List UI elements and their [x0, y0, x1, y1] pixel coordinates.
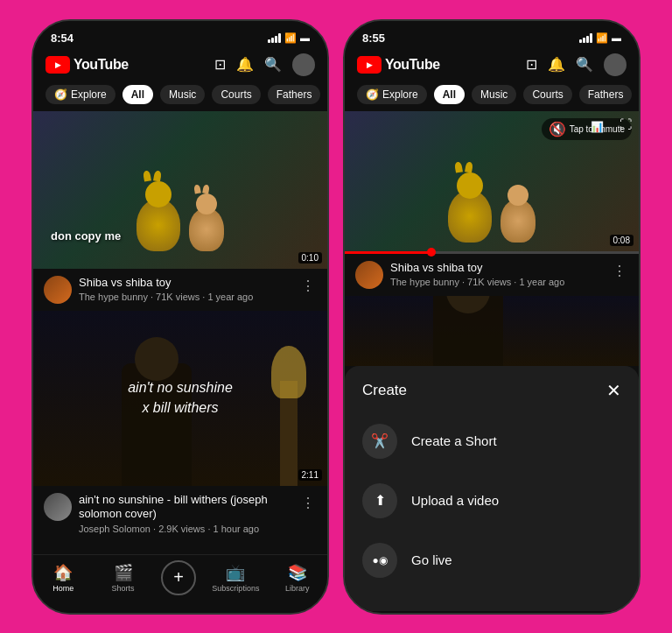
yt-logo-text-left: YouTube [74, 57, 129, 73]
battery-icon-left: ▬ [300, 32, 310, 43]
nav-home-label-left: Home [52, 584, 74, 593]
battery-icon-right: ▬ [612, 32, 621, 43]
playing-video-right[interactable]: 🔇 Tap to unmute 📊 ⛶ 0:08 [345, 111, 639, 296]
create-sheet-right: Create ✕ ✂️ Create a Short ⬆ Upload a vi… [345, 366, 639, 611]
yt-logo-right: YouTube [357, 56, 440, 74]
right-phone: 8:55 📶 ▬ YouTube [343, 19, 640, 615]
nav-subscriptions-left[interactable]: 📺 Subscriptions [212, 563, 259, 593]
bell-icon-left[interactable]: 🔔 [236, 56, 254, 73]
search-icon-left[interactable]: 🔍 [264, 56, 282, 73]
video-sub-playing-right: The hype bunny · 71K views · 1 year ago [390, 277, 604, 287]
duration-badge-sunshine-left: 2:11 [298, 469, 322, 481]
nav-library-label-left: Library [285, 584, 310, 593]
yt-header-icons-right: ⊡ 🔔 🔍 [526, 53, 626, 76]
create-header: Create ✕ [345, 380, 639, 411]
video-thumb-sunshine-left[interactable]: ain't no sunshinex bill withers 2:11 [33, 311, 327, 486]
chips-bar-left: 🧭 Explore All Music Courts Fathers [33, 81, 327, 111]
upload-icon: ⬆ [362, 483, 397, 518]
tap-unmute-overlay[interactable]: 🔇 Tap to unmute [542, 118, 632, 140]
wifi-icon-left: 📶 [284, 32, 297, 44]
bell-icon-right[interactable]: 🔔 [548, 56, 565, 73]
progress-bar-right[interactable] [345, 251, 639, 254]
yt-logo-left: YouTube [46, 56, 129, 74]
chip-music-label-right: Music [480, 88, 508, 101]
search-icon-right[interactable]: 🔍 [576, 56, 593, 73]
status-time-right: 8:55 [362, 32, 385, 45]
shiba-overlay-text-left: don copy me [51, 229, 121, 243]
chip-all-left[interactable]: All [122, 85, 153, 104]
video-sub-sunshine-left: Joseph Solomon · 2.9K views · 1 hour ago [79, 524, 292, 534]
create-option-upload-label: Upload a video [411, 493, 499, 508]
video-sub-shiba-left: The hype bunny · 71K views · 1 year ago [79, 292, 292, 302]
status-bar-right: 8:55 📶 ▬ [345, 21, 639, 48]
channel-avatar-shiba-left [44, 276, 72, 304]
nav-shorts-label-left: Shorts [112, 584, 135, 593]
chip-music-right[interactable]: Music [472, 85, 516, 104]
create-button-left[interactable]: + [161, 560, 196, 595]
avatar-right[interactable] [604, 53, 626, 76]
video-meta-sunshine-left: ain't no sunshine - bill withers (joseph… [79, 493, 292, 535]
progress-bar-fill-right [345, 251, 433, 254]
signal-icon-left [268, 33, 281, 43]
more-icon-playing-right[interactable]: ⋮ [611, 261, 628, 281]
signal-icon-right [579, 33, 592, 43]
chip-all-right[interactable]: All [434, 85, 465, 104]
video-meta-shiba-left: Shiba vs shiba toy The hype bunny · 71K … [79, 276, 292, 303]
status-bar-left: 8:54 📶 ▬ [33, 21, 327, 48]
video-info-sunshine-left: ain't no sunshine - bill withers (joseph… [33, 486, 327, 542]
chip-music-label-left: Music [169, 88, 196, 101]
nav-library-left[interactable]: 📚 Library [276, 563, 319, 593]
expand-icon-right[interactable]: ⛶ [620, 116, 632, 132]
create-option-upload[interactable]: ⬆ Upload a video [345, 471, 639, 531]
create-option-live-label: Go live [411, 552, 452, 567]
cast-icon-right[interactable]: ⊡ [526, 56, 537, 73]
nav-home-left[interactable]: 🏠 Home [41, 563, 85, 593]
yt-logo-text-right: YouTube [385, 57, 440, 73]
phones-container: 8:54 📶 ▬ YouTube [14, 2, 658, 632]
video-thumb-shiba-left[interactable]: don copy me 0:10 [33, 111, 327, 269]
create-title: Create [362, 382, 407, 399]
yt-logo-icon-left [46, 56, 70, 74]
bars-icon-right: 📊 [591, 118, 604, 134]
short-icon: ✂️ [362, 424, 397, 459]
chip-all-label-left: All [131, 88, 144, 101]
playing-thumb-right[interactable]: 🔇 Tap to unmute 📊 ⛶ 0:08 [345, 111, 639, 251]
create-close-button[interactable]: ✕ [606, 380, 621, 401]
chip-courts-right[interactable]: Courts [523, 85, 571, 104]
create-option-live[interactable]: ●◉ Go live [345, 531, 639, 590]
video-item-sunshine-left[interactable]: ain't no sunshinex bill withers 2:11 ain… [33, 311, 327, 542]
video-info-shiba-left: Shiba vs shiba toy The hype bunny · 71K … [33, 269, 327, 311]
yt-header-right: YouTube ⊡ 🔔 🔍 [345, 48, 639, 81]
video-feed-left: don copy me 0:10 Shiba vs shiba toy The … [33, 111, 327, 554]
home-icon-left: 🏠 [53, 563, 73, 582]
left-phone: 8:54 📶 ▬ YouTube [32, 19, 329, 615]
status-icons-right: 📶 ▬ [579, 32, 621, 44]
chip-fathers-label-left: Fathers [276, 88, 312, 101]
chip-explore-label-right: Explore [382, 88, 418, 101]
chip-music-left[interactable]: Music [160, 85, 205, 104]
compass-icon-left: 🧭 [54, 88, 67, 101]
chip-explore-right[interactable]: 🧭 Explore [357, 85, 427, 104]
nav-shorts-left[interactable]: 🎬 Shorts [102, 563, 145, 593]
sunshine-text-left: ain't no sunshinex bill withers [128, 378, 233, 418]
wifi-icon-right: 📶 [596, 32, 608, 44]
chip-explore-left[interactable]: 🧭 Explore [46, 85, 116, 104]
chips-bar-right: 🧭 Explore All Music Courts Fathers [345, 81, 639, 111]
video-item-shiba-left[interactable]: don copy me 0:10 Shiba vs shiba toy The … [33, 111, 327, 311]
chip-explore-label-left: Explore [71, 88, 107, 101]
chip-fathers-left[interactable]: Fathers [268, 85, 321, 104]
video-title-playing-right: Shiba vs shiba toy [390, 261, 604, 276]
chip-courts-left[interactable]: Courts [212, 85, 260, 104]
create-option-short-label: Create a Short [411, 433, 497, 448]
create-option-short[interactable]: ✂️ Create a Short [345, 411, 639, 471]
cast-icon-left[interactable]: ⊡ [214, 56, 226, 73]
more-icon-shiba-left[interactable]: ⋮ [299, 276, 317, 296]
avatar-left[interactable] [292, 53, 315, 76]
nav-subscriptions-label-left: Subscriptions [212, 584, 259, 593]
duration-badge-playing-right: 0:08 [610, 235, 634, 246]
more-icon-sunshine-left[interactable]: ⋮ [299, 493, 317, 513]
chip-fathers-right[interactable]: Fathers [579, 85, 633, 104]
yt-header-icons-left: ⊡ 🔔 🔍 [214, 53, 315, 76]
second-thumb-right[interactable] [345, 296, 639, 366]
library-icon-left: 📚 [288, 563, 307, 582]
